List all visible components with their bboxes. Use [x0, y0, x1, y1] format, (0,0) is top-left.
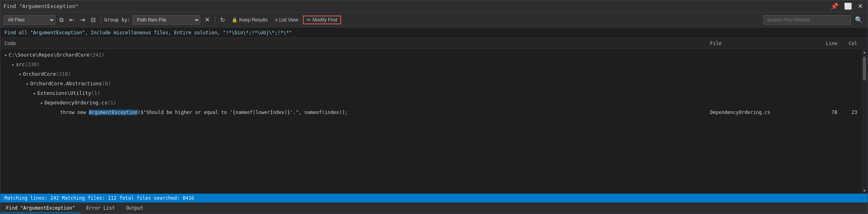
tree-arrow-3: ▴ — [26, 81, 29, 86]
tree-label-1: src — [16, 61, 25, 67]
tree-item[interactable]: ▴ OrchardCore.Abstractions (6) — [0, 79, 861, 88]
tree-count-0: (242) — [90, 52, 105, 58]
search-find-results-input[interactable] — [763, 15, 851, 25]
tree-item[interactable]: ▴ src (230) — [0, 59, 861, 69]
list-view-label: List View — [279, 17, 298, 23]
tree-item[interactable]: ▴ Extensions\Utility (1) — [0, 88, 861, 98]
scroll-up-arrow[interactable]: ▲ — [862, 49, 866, 55]
group-by-label: Group by: — [104, 17, 130, 23]
close-results-button[interactable]: ✕ — [203, 15, 212, 24]
result-file: DependencyOrdering.cs — [710, 110, 813, 115]
tree-item[interactable]: ▴ OrchardCore (218) — [0, 69, 861, 79]
tree-count-3: (6) — [102, 80, 111, 86]
result-line: 78 — [813, 110, 837, 115]
tab-find-argumentexception[interactable]: Find "ArgumentException" — [0, 204, 80, 213]
tree-arrow-2: ▴ — [19, 71, 21, 77]
keep-results-label: Keep Results — [239, 17, 267, 23]
tree-count-2: (218) — [56, 71, 71, 77]
title-bar: Find "ArgumentException" 📌 ⬜ ✕ — [0, 0, 868, 12]
col-line-header: Line — [813, 41, 837, 46]
filter-button[interactable]: ⊟ — [89, 16, 98, 24]
list-view-button[interactable]: ≡ List View — [272, 16, 300, 24]
tree-label-2: OrchardCore — [23, 71, 56, 77]
main-window: Find "ArgumentException" 📌 ⬜ ✕ All Files… — [0, 0, 868, 214]
lock-icon: 🔒 — [232, 17, 238, 23]
tab-output[interactable]: Output — [121, 204, 149, 213]
title-bar-left: Find "ArgumentException" — [4, 3, 78, 9]
col-col-header: Col — [837, 41, 857, 46]
code-before: throw new — [60, 110, 89, 115]
status-text: Matching lines: 242 Matching files: 112 … — [4, 195, 194, 201]
tree-item[interactable]: ▴ DependencyOrdering.cs (1) — [0, 98, 861, 107]
separator-2 — [215, 16, 215, 24]
status-bar: Matching lines: 242 Matching files: 112 … — [0, 194, 868, 202]
results-content: ▴ C:\Source\Repos\OrchardCore (242) ▴ sr… — [0, 49, 861, 194]
scrollbar-thumb[interactable] — [863, 57, 866, 80]
col-code-header: Code — [4, 41, 710, 46]
group-by-dropdown[interactable]: Path then File — [133, 15, 200, 25]
search-find-button[interactable]: 🔍 — [853, 15, 864, 24]
tab-find-label: Find "ArgumentException" — [6, 205, 75, 211]
scrollbar-track: ▲ ▼ — [861, 49, 868, 194]
modify-find-button[interactable]: ✏ Modify Find — [303, 16, 341, 24]
tab-error-list-label: Error List — [86, 205, 115, 211]
refresh-button[interactable]: ↻ — [218, 16, 227, 24]
tree-arrow-4: ▴ — [33, 90, 36, 96]
col-file-header: File — [710, 41, 813, 46]
tree-label-4: Extensions\Utility — [37, 90, 91, 96]
tree-arrow-5: ▴ — [40, 100, 43, 105]
separator-1 — [101, 16, 101, 24]
collapse-all-button[interactable]: ⇤ — [68, 16, 76, 24]
tab-error-list[interactable]: Error List — [80, 204, 120, 213]
tree-label-5: DependencyOrdering.cs — [45, 100, 107, 106]
close-window-button[interactable]: ✕ — [856, 2, 864, 11]
scroll-down-arrow[interactable]: ▼ — [862, 188, 866, 194]
result-code: throw new ArgumentException($"Should be … — [60, 110, 710, 115]
title-bar-controls: 📌 ⬜ ✕ — [829, 2, 864, 11]
tree-item[interactable]: ▴ C:\Source\Repos\OrchardCore (242) — [0, 50, 861, 59]
modify-find-label: Modify Find — [312, 17, 337, 23]
tree-arrow-1: ▴ — [12, 62, 14, 67]
pencil-icon: ✏ — [307, 17, 311, 23]
tree-label-3: OrchardCore.Abstractions — [30, 80, 102, 86]
tree-count-1: (230) — [25, 61, 40, 67]
window-title: Find "ArgumentException" — [4, 3, 78, 9]
results-area: ▴ C:\Source\Repos\OrchardCore (242) ▴ sr… — [0, 49, 868, 194]
maximize-button[interactable]: ⬜ — [843, 2, 854, 11]
keep-results-button[interactable]: 🔒 Keep Results — [229, 16, 270, 24]
bottom-tabs: Find "ArgumentException" Error List Outp… — [0, 202, 868, 214]
files-dropdown[interactable]: All Files — [4, 15, 55, 25]
query-text: Find all "ArgumentException", Include mi… — [4, 30, 292, 35]
tree-count-4: (1) — [91, 90, 100, 96]
code-highlight: ArgumentException — [89, 110, 138, 115]
copy-button[interactable]: ⧉ — [58, 16, 65, 24]
code-after: ($"Should be higher or equal to '{nameof… — [138, 110, 347, 115]
tab-output-label: Output — [126, 205, 143, 211]
tree-count-5: (1) — [107, 100, 117, 106]
tree-arrow-0: ▴ — [4, 52, 7, 57]
list-view-icon: ≡ — [275, 17, 277, 23]
column-headers: Code File Line Col — [0, 38, 868, 49]
pin-button[interactable]: 📌 — [829, 2, 840, 11]
result-col: 23 — [837, 110, 857, 115]
toolbar: All Files ⧉ ⇤ ⇥ ⊟ Group by: Path then Fi… — [0, 12, 868, 27]
query-row: Find all "ArgumentException", Include mi… — [0, 27, 868, 38]
result-row[interactable]: throw new ArgumentException($"Should be … — [0, 107, 861, 118]
tree-label-0: C:\Source\Repos\OrchardCore — [9, 52, 90, 58]
expand-all-button[interactable]: ⇥ — [78, 16, 87, 24]
